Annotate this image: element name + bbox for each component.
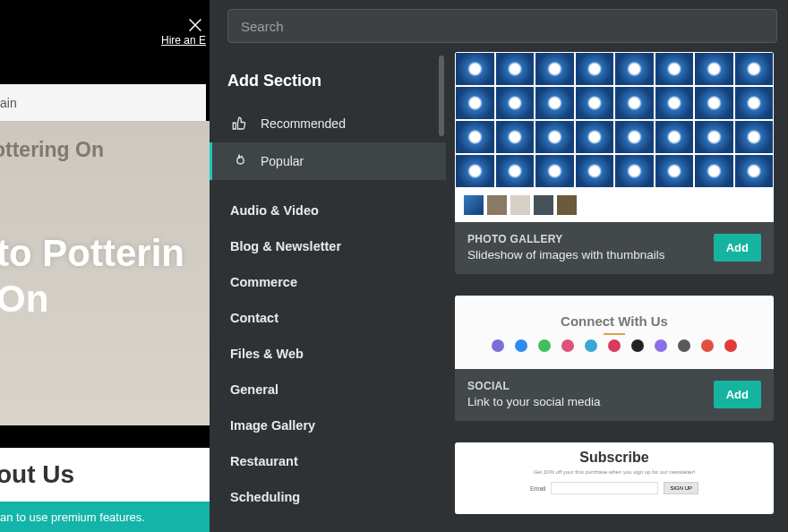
thumbsup-icon [230, 115, 248, 133]
sidebar-item-blog-newsletter[interactable]: Blog & Newsletter [210, 228, 446, 264]
sidebar-item-contact[interactable]: Contact [210, 300, 446, 336]
gallery-grid [455, 52, 774, 188]
hero-line2: On [0, 278, 48, 321]
photo-gallery-preview [455, 52, 774, 222]
hire-expert-link[interactable]: Hire an E [161, 34, 206, 47]
gallery-thumb [464, 195, 484, 215]
sidebar-scrollbar[interactable] [439, 56, 444, 136]
sidebar-item-label: Restaurant [230, 454, 298, 468]
sidebar-item-restaurant[interactable]: Restaurant [210, 443, 446, 479]
sidebar-item-label: Files & Web [230, 347, 304, 361]
card-subscribe: Subscribe Get 10% off your first purchas… [455, 442, 774, 514]
social-icon [585, 339, 597, 352]
social-icon [538, 339, 551, 352]
hero-preview: ottering On to Potterin On [0, 121, 210, 425]
sidebar-item-general[interactable]: General [210, 372, 446, 408]
social-icon [655, 339, 667, 352]
add-photo-gallery-button[interactable]: Add [714, 234, 761, 262]
subscribe-preview-button: SIGN UP [664, 482, 698, 494]
card-footer: PHOTO GALLERY Slideshow of images with t… [455, 222, 774, 274]
social-icon [608, 339, 621, 352]
close-icon [185, 15, 205, 35]
domain-bar: ain [0, 84, 206, 121]
close-panel-button[interactable] [185, 15, 205, 35]
search-wrap [210, 0, 788, 52]
sidebar-item-label: Image Gallery [230, 418, 315, 433]
sidebar-item-label: Scheduling [230, 490, 300, 504]
gallery-thumb [510, 195, 530, 215]
sidebar-item-label: Contact [230, 311, 278, 325]
social-icon [631, 339, 644, 352]
sidebar-item-commerce[interactable]: Commerce [210, 264, 446, 300]
social-preview-heading: Connect With Us [561, 313, 668, 329]
gallery-thumb [487, 195, 507, 215]
subscribe-preview: Subscribe Get 10% off your first purchas… [455, 442, 774, 514]
sidebar-item-label: Popular [261, 154, 304, 168]
gallery-thumb [557, 195, 577, 215]
card-title: SOCIAL [467, 380, 601, 392]
sidebar-item-files-web[interactable]: Files & Web [210, 336, 446, 372]
subscribe-preview-sub: Get 10% off your first purchase when you… [534, 469, 696, 475]
subscribe-preview-heading: Subscribe [579, 450, 648, 466]
social-icons-row [492, 339, 737, 352]
gallery-thumb [534, 195, 553, 215]
sidebar-divider [210, 180, 446, 193]
sidebar-item-label: Blog & Newsletter [230, 239, 341, 253]
upgrade-text: an to use premium features. [0, 511, 145, 524]
social-icon [561, 339, 574, 352]
sidebar-item-audio-video[interactable]: Audio & Video [210, 193, 446, 228]
section-cards: PHOTO GALLERY Slideshow of images with t… [446, 52, 788, 532]
panel-body: Add Section Recommended Popular Audio & … [210, 52, 788, 532]
search-input[interactable] [227, 9, 777, 43]
domain-text: ain [0, 96, 17, 110]
about-heading: out Us [0, 460, 74, 489]
social-icon [724, 339, 737, 352]
social-icon [515, 339, 527, 352]
social-icon [678, 339, 690, 352]
card-social: Connect With Us [455, 296, 774, 421]
about-section: out Us [0, 448, 210, 502]
subscribe-preview-form: Email SIGN UP [530, 482, 698, 494]
flame-icon [230, 152, 248, 170]
card-photo-gallery: PHOTO GALLERY Slideshow of images with t… [455, 52, 774, 274]
card-footer: SOCIAL Link to your social media Add [455, 369, 774, 421]
add-section-heading: Add Section [210, 52, 446, 105]
subscribe-preview-input [551, 482, 658, 494]
sidebar-item-scheduling[interactable]: Scheduling [210, 479, 446, 515]
social-icon [492, 339, 504, 352]
social-icon [701, 339, 714, 352]
add-social-button[interactable]: Add [714, 381, 761, 408]
category-sidebar: Add Section Recommended Popular Audio & … [210, 52, 446, 532]
sidebar-item-popular[interactable]: Popular [210, 142, 446, 180]
upgrade-banner: an to use premium features. [0, 502, 210, 532]
sidebar-item-label: Audio & Video [230, 203, 319, 218]
hero-line1: to Potterin [0, 233, 184, 274]
sidebar-item-label: General [230, 382, 278, 397]
card-desc: Link to your social media [467, 395, 601, 408]
card-title: PHOTO GALLERY [467, 233, 665, 245]
add-section-panel: Add Section Recommended Popular Audio & … [210, 0, 788, 532]
sidebar-item-image-gallery[interactable]: Image Gallery [210, 408, 446, 443]
sidebar-item-recommended[interactable]: Recommended [210, 105, 446, 142]
sidebar-item-label: Commerce [230, 275, 297, 289]
sidebar-item-label: Recommended [261, 116, 346, 131]
social-preview: Connect With Us [455, 296, 774, 369]
card-desc: Slideshow of images with thumbnails [467, 248, 665, 262]
gallery-thumbs [455, 188, 774, 222]
hero-subtitle: ottering On [0, 138, 104, 162]
subscribe-preview-label: Email [530, 485, 546, 492]
